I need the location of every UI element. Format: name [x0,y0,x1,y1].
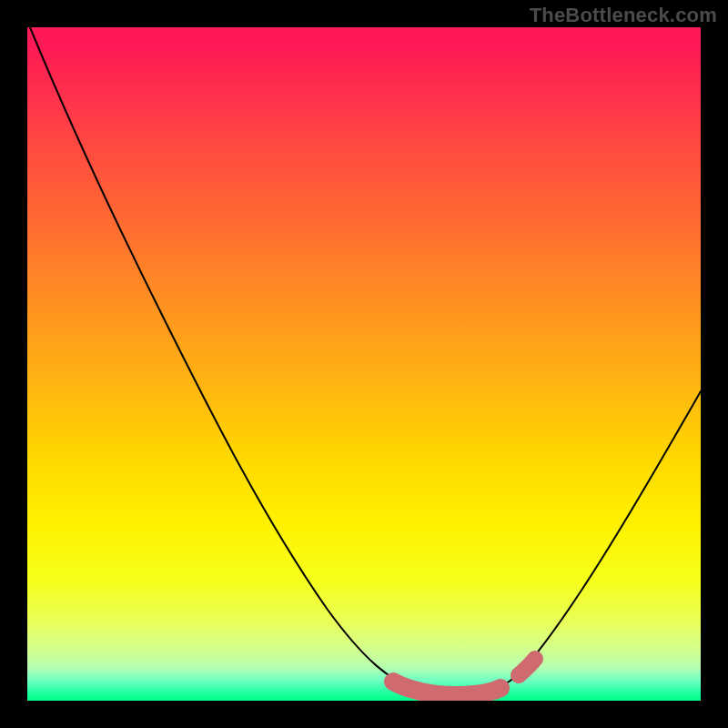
curve-layer [27,27,701,701]
chart-frame: TheBottleneck.com [0,0,728,728]
bottleneck-curve [30,27,701,694]
optimal-band-right [519,659,535,675]
optimal-band-main [393,682,500,695]
watermark-text: TheBottleneck.com [530,4,717,27]
plot-area [27,27,701,701]
